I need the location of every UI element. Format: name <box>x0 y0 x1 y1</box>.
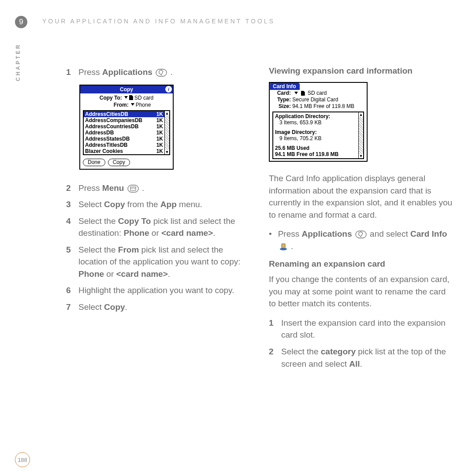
from-label: From: <box>102 102 129 108</box>
palm-listbox[interactable]: AddressCitiesDB1K AddressCompaniesDB1K A… <box>83 110 170 155</box>
scrollbar[interactable]: ▲ ▼ <box>358 112 363 158</box>
used-value: 25.6 MB Used <box>275 145 357 151</box>
item-size: 1K <box>156 130 163 136</box>
item-name: AddressCountriesDB <box>85 123 138 130</box>
step-text: . <box>168 67 173 77</box>
list-item[interactable]: AddressCompaniesDB1K <box>84 117 164 123</box>
paragraph: If you change the contents of an expansi… <box>269 273 454 310</box>
done-button[interactable]: Done <box>83 159 105 166</box>
item-size: 1K <box>156 142 163 148</box>
step-text: . <box>213 228 215 238</box>
imgdir-label: Image Directory: <box>275 129 357 135</box>
scroll-up-icon[interactable]: ▲ <box>359 112 363 117</box>
palm-copy-dialog: Copy i Copy To: SD card From: Phone Addr… <box>79 85 174 170</box>
sd-card-icon <box>129 95 133 100</box>
rename-step-1: 1 Insert the expansion card into the exp… <box>269 317 454 341</box>
dropdown-arrow-icon[interactable] <box>131 103 134 106</box>
step-3: 3 Select Copy from the App menu. <box>66 198 251 211</box>
step-bold: Menu <box>102 183 124 193</box>
step-bold: Applications <box>102 67 152 77</box>
left-column: 1 Press Applications . Copy i Copy To: S… <box>66 66 251 374</box>
step-bold: From <box>118 245 139 254</box>
item-size: 1K <box>156 117 163 123</box>
scroll-down-icon[interactable]: ▼ <box>359 154 363 158</box>
step-bold: Copy <box>104 200 125 209</box>
step-5: 5 Select the From pick list and select t… <box>66 244 251 280</box>
page-header: YOUR APPLICATION AND INFO MANAGEMENT TOO… <box>42 18 275 25</box>
rename-step-2: 2 Select the category pick list at the t… <box>269 346 454 370</box>
scrollbar[interactable]: ▲ ▼ <box>164 111 169 154</box>
card-label: Card: <box>272 90 291 97</box>
copy-to-value: SD card <box>134 95 153 101</box>
item-size: 1K <box>156 111 163 117</box>
copy-button[interactable]: Copy <box>108 159 130 166</box>
menu-key-icon <box>127 185 139 193</box>
section-heading: Viewing expansion card information <box>269 66 454 76</box>
step-6: 6 Highlight the application you want to … <box>66 284 251 297</box>
step-bold: All <box>349 359 360 368</box>
cardinfo-tab: Card Info <box>269 83 300 90</box>
cardinfo-box: Application Directory: 3 Items, 653.9 KB… <box>272 112 364 159</box>
bullet-text: . <box>289 242 294 251</box>
step-bold: Copy <box>104 302 125 312</box>
scroll-track[interactable] <box>359 117 363 154</box>
item-name: AddressCitiesDB <box>85 111 128 117</box>
step-text: . <box>140 183 145 193</box>
copy-to-label: Copy To: <box>100 95 122 101</box>
step-bold: <card name> <box>116 269 168 279</box>
step-text: Select <box>78 200 104 209</box>
type-label: Type: <box>272 97 291 103</box>
list-item[interactable]: AddressCitiesDB1K <box>84 111 164 117</box>
info-icon[interactable]: i <box>165 86 172 93</box>
list-item[interactable]: AddressStatesDB1K <box>84 136 164 142</box>
step-text: menu. <box>177 200 202 209</box>
svg-rect-2 <box>130 187 136 190</box>
applications-key-icon <box>156 69 167 77</box>
page-number: 188 <box>15 452 30 467</box>
step-2: 2 Press Menu . <box>66 182 251 194</box>
list-item[interactable]: AddressDB1K <box>84 130 164 136</box>
item-size: 1K <box>156 136 163 142</box>
scroll-up-icon[interactable]: ▲ <box>165 111 169 115</box>
list-item[interactable]: AddressCountriesDB1K <box>84 123 164 130</box>
from-value: Phone <box>136 102 151 108</box>
step-text: Select the <box>78 216 118 226</box>
list-item[interactable]: Blazer Cookies1K <box>84 148 164 154</box>
step-number: 6 <box>66 284 72 297</box>
step-text: Select <box>78 302 104 312</box>
svg-rect-6 <box>282 244 285 248</box>
sd-card-icon <box>301 91 305 96</box>
bullet-text: Press <box>278 229 302 238</box>
step-text: from the <box>125 200 160 209</box>
appdir-value: 3 Items, 653.9 KB <box>275 119 357 126</box>
card-value: SD card <box>308 90 327 96</box>
palm-titlebar: Copy i <box>80 86 173 93</box>
step-number: 5 <box>66 244 72 280</box>
list-item[interactable]: AddressTitlesDB1K <box>84 142 164 148</box>
step-bold: Phone <box>78 269 104 279</box>
step-text: Select the <box>281 347 321 356</box>
item-name: AddressTitlesDB <box>85 142 127 148</box>
bullet-item: • Press Applications and select Card Inf… <box>269 228 454 252</box>
paragraph: The Card Info application displays gener… <box>269 172 454 221</box>
dropdown-arrow-icon[interactable] <box>124 96 128 99</box>
size-value: 94.1 MB Free of 119.8 MB <box>292 103 354 109</box>
step-number: 7 <box>66 301 72 313</box>
right-column: Viewing expansion card information Card … <box>269 66 454 374</box>
dropdown-arrow-icon[interactable] <box>294 92 298 94</box>
step-number: 1 <box>269 317 275 341</box>
chapter-label: CHAPTER <box>15 43 21 81</box>
bullet-bold: Card Info <box>410 229 447 238</box>
scroll-down-icon[interactable]: ▼ <box>165 150 169 154</box>
scroll-track[interactable] <box>165 115 169 150</box>
bullet-text: and select <box>370 229 410 238</box>
svg-rect-1 <box>128 185 138 192</box>
step-7: 7 Select Copy. <box>66 301 251 313</box>
item-size: 1K <box>156 123 163 130</box>
step-text: Select the <box>78 245 118 254</box>
section-heading: Renaming an expansion card <box>269 259 454 269</box>
size-label: Size: <box>272 103 291 110</box>
applications-key-icon <box>355 231 367 238</box>
step-text: . <box>168 269 170 279</box>
item-size: 1K <box>156 148 163 154</box>
